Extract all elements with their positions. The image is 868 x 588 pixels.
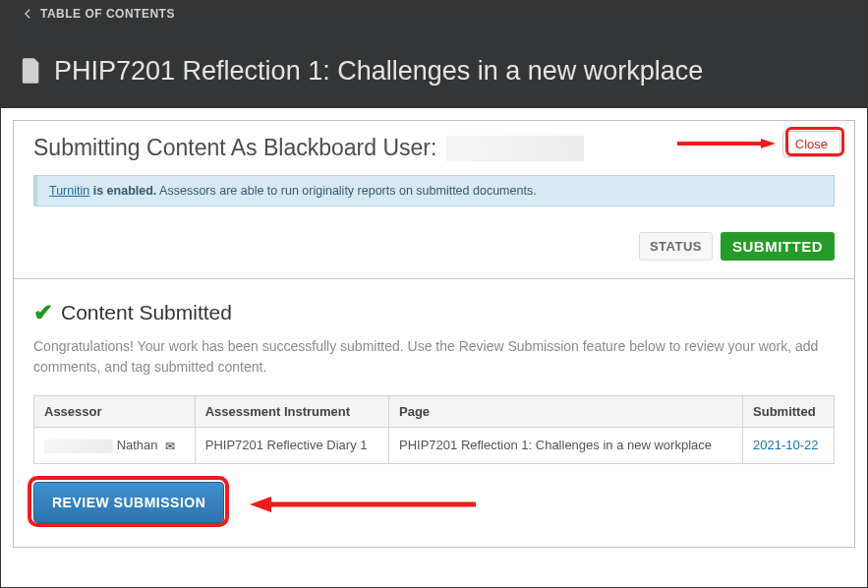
assessor-firstname: Nathan	[117, 438, 158, 452]
content-submitted-heading-row: ✔ Content Submitted	[33, 299, 835, 326]
cell-assessor: Nathan ✉	[34, 428, 196, 464]
toc-label: TABLE OF CONTENTS	[40, 7, 175, 21]
content-submitted-heading: Content Submitted	[61, 301, 232, 324]
col-instrument: Assessment Instrument	[195, 396, 388, 428]
submission-panel: Submitting Content As Blackboard User: C…	[13, 120, 855, 548]
submission-table: Assessor Assessment Instrument Page Subm…	[33, 395, 835, 464]
panel-body: ✔ Content Submitted Congratulations! You…	[14, 279, 854, 547]
table-row: Nathan ✉ PHIP7201 Reflective Diary 1 PHI…	[34, 428, 835, 464]
turnitin-rest-text: Assessors are able to run originality re…	[156, 184, 536, 198]
review-wrap: REVIEW SUBMISSION	[33, 482, 835, 523]
submitting-as-label: Submitting Content As Blackboard User:	[33, 135, 436, 161]
turnitin-link[interactable]: Turnitin	[49, 184, 89, 198]
content-area: Submitting Content As Blackboard User: C…	[1, 108, 867, 559]
mail-icon[interactable]: ✉	[165, 440, 175, 453]
status-row: STATUS SUBMITTED	[33, 232, 835, 261]
dark-header: TABLE OF CONTENTS PHIP7201 Reflection 1:…	[1, 1, 867, 108]
panel-head: Submitting Content As Blackboard User: C…	[14, 121, 854, 279]
table-header-row: Assessor Assessment Instrument Page Subm…	[34, 396, 835, 428]
table-of-contents-link[interactable]: TABLE OF CONTENTS	[21, 7, 175, 21]
back-arrow-icon	[21, 7, 34, 21]
turnitin-enabled-text: is enabled.	[89, 184, 156, 198]
submitted-date-link[interactable]: 2021-10-22	[753, 438, 819, 452]
review-submission-button[interactable]: REVIEW SUBMISSION	[33, 482, 224, 523]
cell-submitted: 2021-10-22	[743, 428, 835, 464]
col-assessor: Assessor	[34, 396, 196, 428]
turnitin-notice: Turnitin is enabled. Assessors are able …	[33, 175, 835, 206]
annotation-arrow-review	[250, 496, 476, 513]
assessor-lastname-redacted	[44, 440, 113, 453]
check-icon: ✔	[33, 299, 53, 326]
submitting-as-row: Submitting Content As Blackboard User:	[33, 135, 835, 161]
col-page: Page	[389, 396, 743, 428]
col-submitted: Submitted	[743, 396, 835, 428]
page-title: PHIP7201 Reflection 1: Challenges in a n…	[54, 54, 703, 88]
cell-page: PHIP7201 Reflection 1: Challenges in a n…	[389, 428, 743, 464]
status-badge: SUBMITTED	[721, 232, 835, 261]
svg-marker-3	[250, 497, 271, 512]
username-redacted	[446, 136, 584, 161]
document-icon	[21, 58, 42, 84]
congrats-text: Congratulations! Your work has been succ…	[33, 336, 835, 378]
status-label: STATUS	[639, 232, 713, 261]
cell-instrument: PHIP7201 Reflective Diary 1	[195, 428, 388, 464]
close-button[interactable]: Close	[782, 131, 840, 157]
